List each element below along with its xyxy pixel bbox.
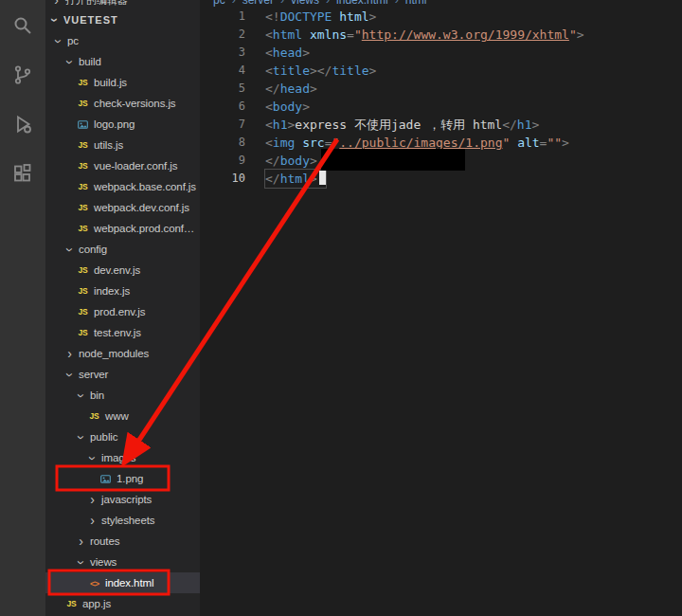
tree-item-label: index.html — [105, 577, 153, 589]
js-file-icon: JS — [76, 284, 90, 298]
file-tree: ›pc›buildJSbuild.jsJScheck-versions.jslo… — [45, 30, 200, 614]
chevron-down-icon: › — [64, 245, 75, 255]
line-number: 3 — [213, 44, 245, 62]
breadcrumb-separator: › — [280, 0, 284, 7]
image-file-icon — [76, 118, 90, 131]
workspace-section-header[interactable]: › VUETEST — [45, 9, 200, 30]
js-file-icon: JS — [76, 180, 90, 193]
tree-item-label: 1.png — [117, 473, 143, 484]
chevron-right-icon: › — [51, 0, 62, 6]
code-line-2[interactable]: 2<html xmlns="http://www.w3.org/1999/xht… — [213, 26, 682, 44]
tree-item-routes[interactable]: ›routes — [45, 531, 200, 552]
breadcrumb-separator: › — [326, 0, 330, 7]
workspace-title: VUETEST — [63, 14, 118, 26]
chevron-right-icon: › — [87, 495, 98, 505]
tree-item-label: dev.env.js — [94, 264, 140, 276]
tree-item-node-modules[interactable]: ›node_modules — [45, 343, 200, 364]
breadcrumb-item[interactable]: pc — [213, 0, 225, 7]
line-number: 9 — [213, 152, 245, 170]
line-number: 6 — [213, 98, 245, 116]
code-line-1[interactable]: 1<!DOCTYPE html> — [213, 8, 682, 26]
tree-item-app-js[interactable]: JSapp.js — [45, 593, 200, 614]
tree-item-public[interactable]: ›public — [45, 426, 200, 447]
text-cursor — [319, 171, 326, 185]
line-number: 10 — [213, 170, 245, 188]
tree-item-label: webpack.base.conf.js — [94, 181, 196, 192]
tree-item-index-js[interactable]: JSindex.js — [45, 281, 200, 301]
tree-item-pc[interactable]: ›pc — [45, 30, 200, 51]
tree-item-stylesheets[interactable]: ›stylesheets — [45, 510, 200, 531]
code-line-4[interactable]: 4<title></title> — [213, 62, 682, 80]
tree-item-label: check-versions.js — [94, 98, 176, 109]
js-file-icon: JS — [76, 159, 90, 172]
tree-item-server[interactable]: ›server — [45, 364, 200, 385]
tree-item-logo-png[interactable]: logo.png — [45, 114, 200, 135]
tree-item-dev-env-js[interactable]: JSdev.env.js — [45, 260, 200, 281]
tree-item-webpack-base-conf-js[interactable]: JSwebpack.base.conf.js — [45, 176, 200, 197]
tree-item-webpack-dev-conf-js[interactable]: JSwebpack.dev.conf.js — [45, 197, 200, 218]
search-icon[interactable] — [10, 13, 35, 38]
tree-item-label: webpack.dev.conf.js — [94, 202, 189, 213]
tree-item-label: bin — [90, 390, 104, 401]
tree-item-label: server — [79, 369, 108, 380]
tree-item-build[interactable]: ›build — [45, 51, 200, 72]
breadcrumb-item[interactable]: server — [242, 0, 274, 7]
code-line-7[interactable]: 7<h1>express 不使用jade ，转用 html</h1> — [213, 116, 682, 134]
code-line-3[interactable]: 3<head> — [213, 44, 682, 62]
tree-item-build-js[interactable]: JSbuild.js — [45, 72, 200, 93]
js-file-icon: JS — [76, 138, 90, 152]
line-number: 2 — [213, 26, 245, 44]
chevron-down-icon: › — [53, 36, 63, 46]
chevron-down-icon: › — [76, 557, 86, 568]
tree-item-label: routes — [90, 535, 119, 547]
hover-preview-box — [321, 149, 465, 171]
tree-item-index-html[interactable]: <>index.html — [45, 572, 200, 593]
image-file-icon — [99, 472, 113, 485]
editor-pane[interactable]: pc›server›views›index.html›html 1<!DOCTY… — [200, 0, 682, 616]
tree-item-bin[interactable]: ›bin — [45, 385, 200, 406]
tree-item-label: public — [90, 431, 117, 443]
chevron-down-icon: › — [64, 370, 75, 380]
tree-item-label: app.js — [82, 598, 111, 609]
line-number: 8 — [213, 134, 245, 152]
tree-item-label: stylesheets — [101, 515, 154, 526]
tree-item-1-png[interactable]: 1.png — [45, 468, 200, 489]
tree-item-webpack-prod-conf-[interactable]: JSwebpack.prod.conf… — [45, 218, 200, 239]
tree-item-vue-loader-conf-js[interactable]: JSvue-loader.conf.js — [45, 155, 200, 176]
code-line-6[interactable]: 6<body> — [213, 98, 682, 116]
line-number: 7 — [213, 116, 245, 134]
tree-item-label: test.env.js — [94, 327, 141, 338]
source-control-icon[interactable] — [10, 63, 35, 87]
tree-item-config[interactable]: ›config — [45, 239, 200, 260]
tree-item-views[interactable]: ›views — [45, 552, 200, 572]
code-line-10[interactable]: 10</html> — [213, 170, 682, 188]
tree-item-utils-js[interactable]: JSutils.js — [45, 135, 200, 155]
code-line-content: <head> — [265, 44, 310, 62]
js-file-icon: JS — [76, 97, 90, 110]
tree-item-label: javascripts — [101, 494, 152, 505]
code-line-content: </body> — [265, 152, 317, 170]
code-line-5[interactable]: 5</head> — [213, 80, 682, 98]
vscode-window: › 打开的编辑器 › VUETEST ›pc›buildJSbuild.jsJS… — [0, 0, 682, 616]
tree-item-javascripts[interactable]: ›javascripts — [45, 489, 200, 510]
tree-item-label: logo.png — [94, 118, 135, 130]
tree-item-label: config — [79, 244, 107, 255]
code-line-content: <!DOCTYPE html> — [265, 8, 376, 26]
breadcrumb-item[interactable]: views — [291, 0, 319, 7]
run-debug-icon[interactable] — [10, 112, 35, 136]
tree-item-label: views — [90, 556, 117, 568]
breadcrumb-item[interactable]: html — [405, 0, 427, 7]
tree-item-prod-env-js[interactable]: JSprod.env.js — [45, 301, 200, 322]
js-file-icon: JS — [76, 326, 90, 339]
tree-item-label: images — [101, 452, 135, 463]
code-line-content: </html> — [265, 170, 326, 188]
open-editors-section[interactable]: › 打开的编辑器 — [45, 0, 200, 9]
extensions-icon[interactable] — [10, 161, 35, 186]
breadcrumb-item[interactable]: index.html — [336, 0, 388, 7]
tree-item-images[interactable]: ›images — [45, 447, 200, 468]
js-file-icon: JS — [76, 76, 90, 89]
tree-item-test-env-js[interactable]: JStest.env.js — [45, 322, 200, 343]
chevron-right-icon: › — [64, 349, 75, 359]
tree-item-www[interactable]: JSwww — [45, 406, 200, 426]
tree-item-check-versions-js[interactable]: JScheck-versions.js — [45, 93, 200, 114]
